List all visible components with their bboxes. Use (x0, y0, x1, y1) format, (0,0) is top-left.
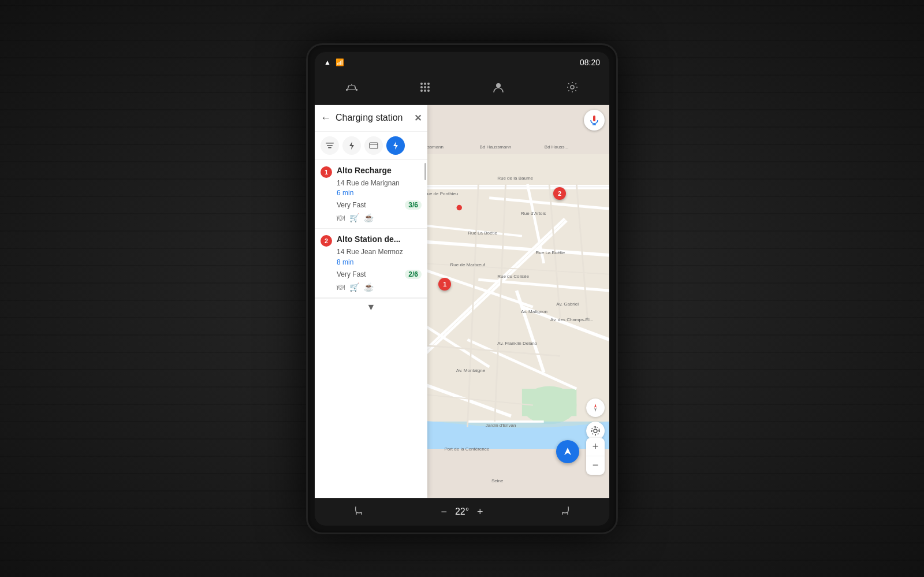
station-1-speed: Very Fast (337, 201, 366, 209)
back-button[interactable]: ← (321, 112, 331, 124)
voice-button[interactable] (584, 110, 605, 131)
amenity-coffee-1: ☕ (364, 213, 374, 222)
filter-payment-button[interactable] (364, 136, 383, 155)
car-interior: ▲ 📶 08:20 (0, 0, 924, 577)
amenity-food-2: 🍽 (337, 282, 345, 292)
station-2-speed: Very Fast (337, 270, 366, 278)
close-button[interactable]: ✕ (414, 113, 422, 124)
svg-rect-1 (356, 89, 357, 91)
profile-nav-icon[interactable] (485, 77, 512, 100)
amenity-shop-1: 🛒 (349, 213, 359, 222)
station-2-number: 2 (321, 235, 332, 247)
amenity-shop-2: 🛒 (349, 282, 359, 292)
amenity-coffee-2: ☕ (364, 282, 374, 292)
search-panel: ← Charging station ✕ (315, 105, 427, 498)
svg-point-2 (420, 83, 423, 85)
svg-point-11 (496, 83, 501, 88)
svg-rect-56 (370, 143, 378, 148)
car-nav-icon[interactable] (338, 79, 365, 99)
screen: ▲ 📶 08:20 (315, 52, 609, 526)
svg-point-12 (571, 85, 574, 89)
status-left-icons: ▲ 📶 (324, 58, 344, 66)
navigate-button[interactable] (556, 440, 579, 463)
panel-title: Charging station (336, 113, 409, 123)
wifi-icon: 📶 (336, 58, 344, 66)
zoom-controls: + − (586, 438, 605, 475)
filter-all-button[interactable] (321, 136, 339, 155)
nav-bar (315, 73, 609, 105)
station-item-2[interactable]: 2 Alto Station de... 14 Rue Jean Mermoz … (315, 229, 427, 298)
tablet-device: ▲ 📶 08:20 (306, 43, 618, 534)
station-2-address: 14 Rue Jean Mermoz (337, 248, 422, 257)
svg-point-3 (424, 83, 426, 85)
station-1-header: 1 Alto Recharge (321, 166, 422, 178)
svg-point-10 (427, 90, 430, 92)
status-bar: ▲ 📶 08:20 (315, 52, 609, 73)
main-content: Bd Haussmann Bd Haussmann Bd Hauss... Ru… (315, 105, 609, 498)
svg-point-5 (420, 86, 423, 88)
station-1-time: 6 min (337, 189, 422, 197)
svg-point-7 (427, 86, 430, 88)
svg-rect-42 (593, 116, 595, 121)
bottom-bar: − 22° + (315, 498, 609, 526)
location-button[interactable] (586, 422, 605, 440)
svg-marker-51 (594, 404, 597, 408)
scroll-indicator (424, 163, 426, 180)
map-marker-1[interactable]: 1 (438, 278, 451, 291)
station-1-name: Alto Recharge (337, 166, 392, 176)
amenity-food-1: 🍽 (337, 213, 345, 222)
station-2-time: 8 min (337, 258, 422, 266)
signal-icon: ▲ (324, 58, 331, 66)
station-1-number: 1 (321, 166, 332, 178)
svg-point-8 (420, 90, 423, 92)
svg-marker-52 (594, 408, 597, 412)
clock: 08:20 (580, 58, 600, 67)
zoom-in-button[interactable]: + (586, 438, 605, 456)
svg-rect-54 (327, 145, 333, 146)
svg-point-40 (457, 204, 462, 210)
panel-header: ← Charging station ✕ (315, 105, 427, 132)
temp-minus-button[interactable]: − (441, 506, 447, 518)
scroll-down-button[interactable]: ▼ (315, 298, 427, 316)
station-2-slots: 2/6 (405, 270, 422, 279)
svg-rect-55 (328, 147, 331, 148)
station-item-1[interactable]: 1 Alto Recharge 14 Rue de Marignan 6 min… (315, 160, 427, 229)
svg-rect-0 (346, 89, 348, 91)
station-2-amenities: 🍽 🛒 ☕ (337, 282, 422, 292)
svg-point-46 (591, 427, 599, 435)
svg-point-6 (424, 86, 426, 88)
svg-rect-53 (326, 143, 334, 144)
station-1-slots: 3/6 (405, 200, 422, 210)
filter-row (315, 132, 427, 160)
filter-ev-button[interactable] (342, 136, 361, 155)
settings-nav-icon[interactable] (559, 77, 586, 100)
compass-button[interactable] (586, 399, 605, 417)
seat-right-icon[interactable] (559, 504, 572, 520)
apps-nav-icon[interactable] (412, 78, 438, 99)
station-1-address: 14 Rue de Marignan (337, 179, 422, 188)
svg-point-9 (424, 90, 426, 92)
station-1-amenities: 🍽 🛒 ☕ (337, 213, 422, 222)
temperature-control: − 22° + (441, 506, 483, 518)
filter-fast-button[interactable] (386, 136, 405, 155)
temperature-display: 22° (455, 507, 469, 517)
station-2-meta: Very Fast 2/6 (337, 270, 422, 279)
station-2-header: 2 Alto Station de... (321, 234, 422, 247)
svg-point-4 (427, 83, 430, 85)
station-2-name: Alto Station de... (337, 234, 400, 244)
scroll-down-icon: ▼ (367, 302, 376, 312)
zoom-out-button[interactable]: − (586, 456, 605, 475)
svg-point-45 (594, 429, 597, 433)
svg-rect-15 (522, 389, 576, 416)
seat-left-icon[interactable] (352, 504, 365, 520)
temp-plus-button[interactable]: + (477, 506, 483, 518)
station-1-meta: Very Fast 3/6 (337, 200, 422, 210)
